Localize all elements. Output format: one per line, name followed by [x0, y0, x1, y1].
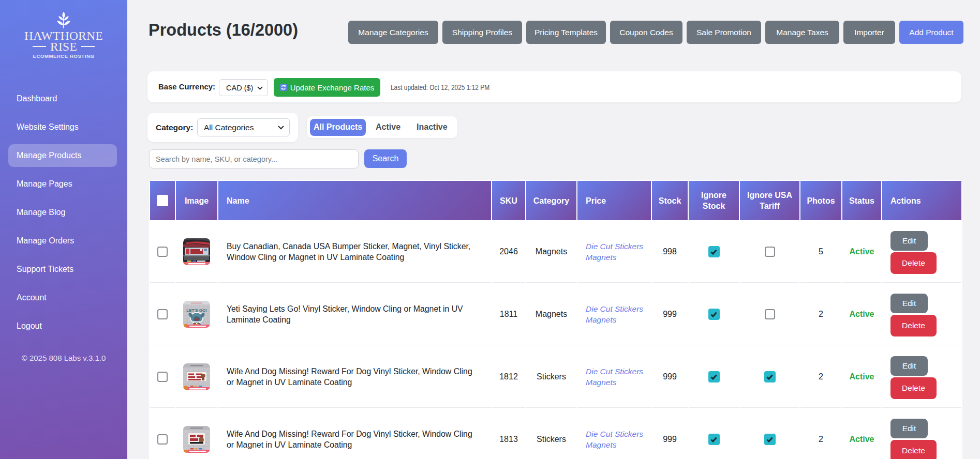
svg-text:LET'S GO!: LET'S GO!: [186, 308, 207, 313]
